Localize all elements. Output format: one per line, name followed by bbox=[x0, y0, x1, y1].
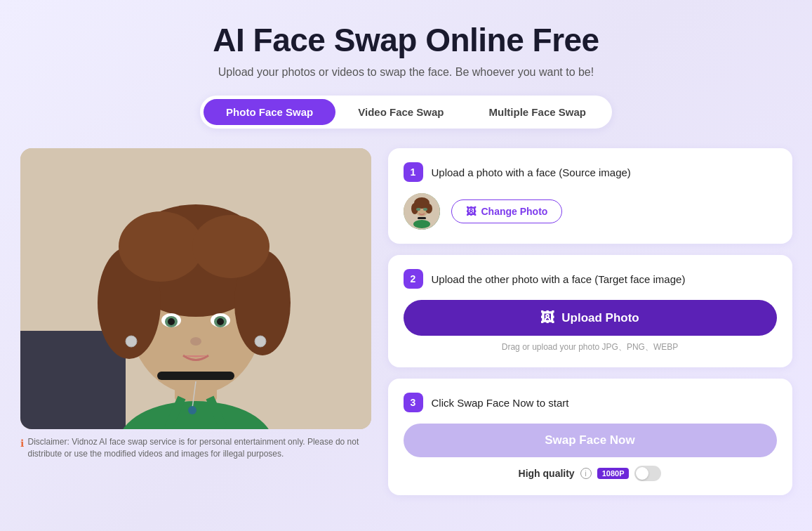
svg-point-32 bbox=[413, 220, 430, 228]
tab-photo-face-swap[interactable]: Photo Face Swap bbox=[204, 99, 335, 125]
svg-rect-19 bbox=[157, 372, 234, 380]
quality-badge: 1080P bbox=[597, 468, 630, 479]
drag-hint: Drag or upload your photo JPG、PNG、WEBP bbox=[404, 341, 777, 353]
step-3-badge: 3 bbox=[404, 393, 423, 412]
page-subtitle: Upload your photos or videos to swap the… bbox=[213, 66, 599, 79]
step-1-badge: 1 bbox=[404, 162, 423, 182]
step-3-card: 3 Click Swap Face Now to start Swap Face… bbox=[388, 379, 792, 495]
tab-video-face-swap[interactable]: Video Face Swap bbox=[335, 99, 466, 125]
change-photo-button[interactable]: 🖼 Change Photo bbox=[451, 199, 563, 223]
step-2-title: Upload the other photo with a face (Targ… bbox=[432, 273, 686, 285]
source-image-preview bbox=[20, 148, 371, 429]
svg-point-18 bbox=[255, 336, 266, 347]
step-3-title: Click Swap Face Now to start bbox=[432, 397, 569, 409]
source-thumbnail bbox=[404, 193, 440, 230]
step-2-header: 2 Upload the other photo with a face (Ta… bbox=[404, 269, 777, 289]
info-icon: ℹ bbox=[20, 437, 24, 451]
step-1-card: 1 Upload a photo with a face (Source ima… bbox=[388, 148, 792, 244]
image-icon: 🖼 bbox=[466, 206, 476, 217]
quality-toggle[interactable] bbox=[634, 466, 661, 481]
svg-point-8 bbox=[119, 211, 203, 282]
step-1-header: 1 Upload a photo with a face (Source ima… bbox=[404, 162, 777, 182]
svg-point-9 bbox=[192, 215, 269, 278]
svg-rect-31 bbox=[418, 217, 426, 219]
right-panel: 1 Upload a photo with a face (Source ima… bbox=[388, 148, 792, 495]
tabs-bar: Photo Face Swap Video Face Swap Multiple… bbox=[200, 96, 612, 129]
upload-icon: 🖼 bbox=[540, 310, 554, 326]
quality-info-icon[interactable]: i bbox=[580, 468, 592, 479]
left-panel: ℹ Disclaimer: Vidnoz AI face swap servic… bbox=[20, 148, 371, 460]
svg-point-17 bbox=[126, 336, 137, 347]
upload-photo-button[interactable]: 🖼 Upload Photo bbox=[404, 300, 777, 336]
step-1-content: 🖼 Change Photo bbox=[404, 193, 777, 230]
step-2-badge: 2 bbox=[404, 269, 423, 289]
disclaimer-text: ℹ Disclaimer: Vidnoz AI face swap servic… bbox=[20, 436, 371, 460]
svg-point-23 bbox=[188, 406, 197, 414]
page-header: AI Face Swap Online Free Upload your pho… bbox=[213, 21, 599, 79]
step-3-header: 3 Click Swap Face Now to start bbox=[404, 393, 777, 412]
svg-point-29 bbox=[416, 208, 420, 211]
quality-row: High quality i 1080P bbox=[404, 466, 777, 481]
step-2-card: 2 Upload the other photo with a face (Ta… bbox=[388, 255, 792, 367]
svg-point-16 bbox=[190, 337, 201, 346]
quality-label: High quality bbox=[519, 468, 575, 479]
main-content: ℹ Disclaimer: Vidnoz AI face swap servic… bbox=[20, 148, 792, 495]
svg-point-14 bbox=[168, 318, 175, 325]
step-1-title: Upload a photo with a face (Source image… bbox=[432, 166, 631, 178]
svg-point-15 bbox=[217, 318, 224, 325]
tab-multiple-face-swap[interactable]: Multiple Face Swap bbox=[467, 99, 608, 125]
swap-face-button[interactable]: Swap Face Now bbox=[404, 424, 777, 457]
page-title: AI Face Swap Online Free bbox=[213, 21, 599, 59]
svg-point-30 bbox=[423, 208, 427, 211]
